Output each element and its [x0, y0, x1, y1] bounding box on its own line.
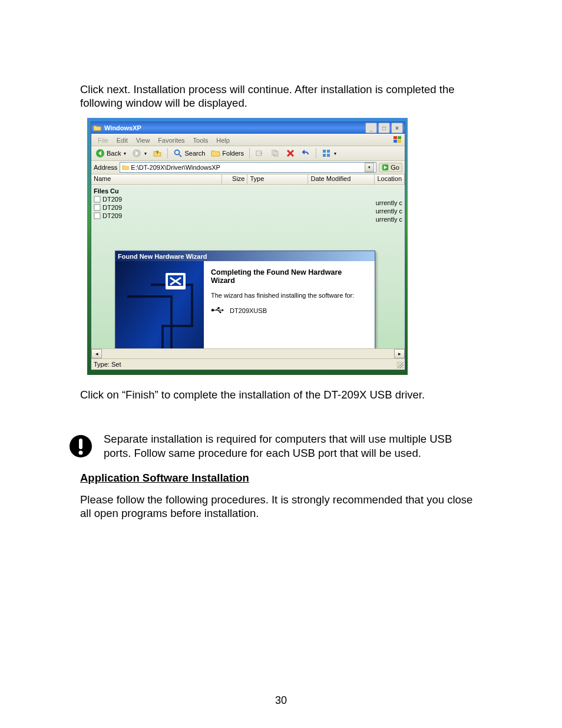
- menu-view[interactable]: View: [132, 136, 154, 145]
- toolbar: Back ▾ ▾: [91, 146, 405, 161]
- delete-button[interactable]: [284, 147, 297, 159]
- wizard-device-name: DT209XUSB: [230, 307, 267, 314]
- scroll-right-button[interactable]: ▸: [394, 349, 405, 358]
- wizard-heading: Completing the Found New Hardware Wizard: [211, 268, 368, 285]
- list-item[interactable]: DT209: [92, 195, 123, 203]
- forward-button[interactable]: ▾: [130, 147, 148, 159]
- copyto-icon: [270, 149, 280, 158]
- list-header: Name Size Type Date Modified Location: [91, 174, 405, 185]
- list-item[interactable]: DT209: [92, 212, 123, 220]
- menu-favorites[interactable]: Favorites: [154, 136, 189, 145]
- moveto-icon: [255, 149, 265, 158]
- search-icon: [173, 149, 183, 158]
- menu-edit[interactable]: Edit: [113, 136, 132, 145]
- col-location[interactable]: Location: [375, 174, 405, 185]
- note-row: Separate installation is required for co…: [80, 432, 482, 459]
- forward-icon: [132, 149, 141, 158]
- hardware-wizard-dialog: Found New Hardware Wizard: [115, 251, 375, 358]
- minimize-button[interactable]: _: [365, 123, 377, 133]
- address-input[interactable]: E:\DT-209X\Driver\WindowsXP ▾: [120, 162, 376, 173]
- search-label: Search: [184, 150, 205, 157]
- cell-text: urrently c: [375, 199, 404, 207]
- resize-grip-icon[interactable]: [396, 361, 404, 368]
- svg-rect-1: [398, 136, 401, 139]
- svg-rect-16: [94, 196, 100, 202]
- screenshot: WindowsXP _ □ × File Edit View Favorites…: [87, 118, 408, 375]
- statusbar: Type: Set: [91, 358, 405, 370]
- svg-rect-14: [327, 154, 330, 157]
- go-label: Go: [391, 164, 399, 171]
- dropdown-icon[interactable]: ▾: [365, 163, 374, 172]
- undo-icon: [301, 149, 310, 158]
- caret-icon: ▾: [334, 151, 336, 156]
- wizard-titlebar: Found New Hardware Wizard: [115, 251, 375, 261]
- file-name: DT209: [103, 196, 122, 203]
- file-list-area: Files Cu DT209 DT209 DT209 urrently c ur…: [91, 185, 405, 358]
- svg-rect-24: [218, 307, 220, 309]
- scroll-left-button[interactable]: ◂: [91, 349, 102, 358]
- svg-point-28: [79, 450, 83, 454]
- col-name[interactable]: Name: [91, 174, 222, 185]
- folder-up-icon: [153, 149, 162, 158]
- page-number: 30: [0, 694, 562, 707]
- views-button[interactable]: ▾: [320, 147, 338, 159]
- folder-icon: [122, 164, 129, 171]
- maximize-button[interactable]: □: [378, 123, 390, 133]
- svg-rect-2: [394, 140, 397, 143]
- note-text: Separate installation is required for co…: [104, 432, 482, 459]
- menu-tools[interactable]: Tools: [189, 136, 213, 145]
- back-icon: [95, 149, 105, 158]
- svg-rect-19: [115, 261, 204, 358]
- address-bar: Address E:\DT-209X\Driver\WindowsXP ▾: [91, 161, 405, 174]
- caret-icon: ▾: [124, 151, 126, 156]
- files-group-heading: Files Cu: [92, 187, 123, 195]
- wizard-main: Completing the Found New Hardware Wizard…: [204, 261, 375, 358]
- back-button[interactable]: Back ▾: [94, 147, 128, 159]
- file-name: DT209: [103, 204, 122, 211]
- after-screenshot-text: Click on “Finish” to complete the instal…: [80, 388, 482, 401]
- go-button[interactable]: Go: [379, 163, 402, 172]
- copyto-button[interactable]: [269, 147, 282, 159]
- delete-x-icon: [286, 149, 295, 158]
- col-date[interactable]: Date Modified: [308, 174, 375, 185]
- separator: [167, 148, 168, 159]
- svg-rect-12: [327, 150, 330, 153]
- svg-rect-18: [94, 213, 100, 219]
- folders-icon: [211, 149, 220, 158]
- folders-button[interactable]: Folders: [209, 147, 246, 159]
- menu-file[interactable]: File: [94, 136, 113, 145]
- address-label: Address: [94, 164, 117, 171]
- col-size[interactable]: Size: [222, 174, 248, 185]
- file-icon: [94, 204, 101, 211]
- section-heading: Application Software Installation: [80, 472, 482, 485]
- horizontal-scrollbar[interactable]: ◂ ▸: [91, 348, 405, 358]
- moveto-button[interactable]: [253, 147, 266, 159]
- folders-label: Folders: [222, 150, 244, 157]
- desktop-background: WindowsXP _ □ × File Edit View Favorites…: [87, 118, 408, 375]
- wizard-side-graphic: [115, 261, 204, 358]
- wizard-body: Completing the Found New Hardware Wizard…: [115, 261, 375, 358]
- svg-rect-17: [94, 205, 100, 210]
- list-item[interactable]: DT209: [92, 203, 123, 212]
- usb-icon: [211, 307, 224, 314]
- undo-button[interactable]: [299, 147, 312, 159]
- separator: [249, 148, 250, 159]
- col-type[interactable]: Type: [247, 174, 308, 185]
- menu-help[interactable]: Help: [212, 136, 234, 145]
- views-icon: [322, 149, 331, 158]
- svg-rect-3: [398, 140, 401, 143]
- file-icon: [94, 196, 101, 203]
- file-name: DT209: [103, 212, 122, 219]
- exclamation-icon: [68, 434, 93, 459]
- go-icon: [382, 164, 389, 171]
- explorer-window: WindowsXP _ □ × File Edit View Favorites…: [91, 121, 405, 370]
- search-button[interactable]: Search: [171, 147, 207, 159]
- svg-rect-27: [79, 439, 82, 449]
- folder-icon: [93, 124, 101, 132]
- address-value: E:\DT-209X\Driver\WindowsXP: [131, 164, 220, 171]
- up-button[interactable]: [151, 147, 164, 159]
- svg-rect-13: [323, 154, 326, 157]
- close-button[interactable]: ×: [391, 123, 403, 133]
- file-list: Files Cu DT209 DT209 DT209: [92, 187, 123, 220]
- windows-logo-icon: [393, 136, 402, 144]
